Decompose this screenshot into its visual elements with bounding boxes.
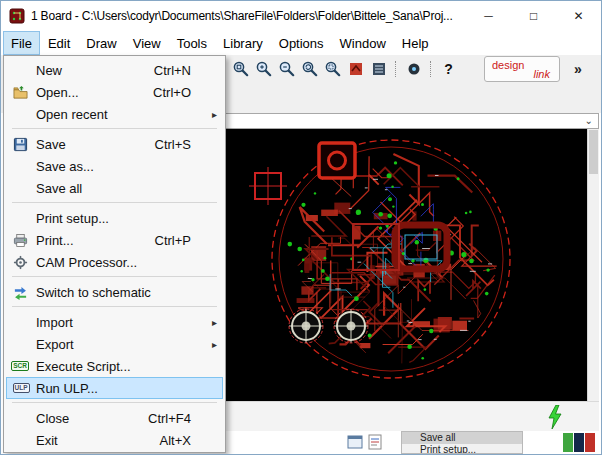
scrollbar-thumb[interactable] [589, 130, 598, 174]
ulp-icon: ULP [6, 383, 36, 394]
menu-library[interactable]: Library [215, 31, 271, 55]
switch-schematic-icon [4, 285, 36, 300]
menu-item-open[interactable]: Open... Ctrl+O [4, 81, 225, 103]
background-menu-item-print-setup[interactable]: Print setup... [402, 444, 522, 454]
background-app-icon[interactable] [347, 434, 363, 450]
window-title: 1 Board - C:\Users\codyr\Documents\Share… [31, 9, 453, 23]
background-menu-item-save-all[interactable]: Save all [402, 432, 522, 444]
menu-tools[interactable]: Tools [169, 31, 215, 55]
toolbar-separator [395, 61, 397, 77]
background-menu-fragment: Save all Print setup... [401, 431, 523, 454]
menu-window[interactable]: Window [332, 31, 394, 55]
errors-icon[interactable] [402, 58, 425, 81]
menu-item-save-as[interactable]: Save as... [4, 155, 225, 177]
titlebar: 1 Board - C:\Users\codyr\Documents\Share… [1, 1, 601, 31]
file-menu-dropdown: New Ctrl+N Open... Ctrl+O Open recent ▸ … [3, 55, 226, 453]
design-link-label-top: design [492, 59, 524, 71]
menu-item-print-setup[interactable]: Print setup... [4, 207, 225, 229]
menu-item-new[interactable]: New Ctrl+N [4, 59, 225, 81]
menubar: File Edit Draw View Tools Library Option… [1, 31, 601, 55]
menu-separator [12, 402, 217, 403]
design-link-label-bottom: link [533, 68, 550, 80]
printer-icon [4, 233, 36, 248]
menu-item-exit[interactable]: Exit Alt+X [4, 429, 225, 451]
menu-view[interactable]: View [125, 31, 169, 55]
menu-edit[interactable]: Edit [40, 31, 78, 55]
menu-item-run-ulp[interactable]: ULP Run ULP... [6, 377, 223, 399]
toolbar-overflow-chevron[interactable]: » [574, 61, 582, 77]
app-icon [9, 8, 25, 24]
menu-options[interactable]: Options [271, 31, 332, 55]
save-floppy-icon [4, 137, 36, 152]
maximize-button[interactable]: □ [511, 1, 556, 31]
menu-item-close[interactable]: Close Ctrl+F4 [4, 407, 225, 429]
lightning-bolt-icon[interactable] [547, 405, 563, 433]
close-button[interactable]: ✕ [556, 1, 601, 31]
menu-item-save[interactable]: Save Ctrl+S [4, 133, 225, 155]
menu-item-execute-script[interactable]: SCR Execute Script... [4, 355, 225, 377]
menu-help[interactable]: Help [394, 31, 437, 55]
menu-separator [12, 276, 217, 277]
minimize-button[interactable]: ─ [466, 1, 511, 31]
menu-item-export[interactable]: Export ▸ [4, 333, 225, 355]
menu-item-print[interactable]: Print... Ctrl+P [4, 229, 225, 251]
submenu-arrow-icon: ▸ [212, 109, 217, 120]
zoom-redraw-icon[interactable] [298, 58, 321, 81]
open-folder-icon [4, 85, 36, 100]
vertical-scrollbar[interactable] [587, 129, 599, 401]
ratsnest-icon[interactable] [344, 58, 367, 81]
drc-icon[interactable] [367, 58, 390, 81]
menu-separator [12, 202, 217, 203]
mount-hole-left [289, 309, 323, 343]
pcb-palette-logo [563, 433, 596, 452]
menu-item-switch-to-schematic[interactable]: Switch to schematic [4, 281, 225, 303]
menu-item-open-recent[interactable]: Open recent ▸ [4, 103, 225, 125]
script-scr-icon: SCR [4, 361, 36, 372]
background-doc-icon[interactable] [367, 434, 383, 450]
zoom-out-icon[interactable] [275, 58, 298, 81]
eagle-board-window: 1 Board - C:\Users\codyr\Documents\Share… [0, 0, 602, 455]
window-controls: ─ □ ✕ [466, 1, 601, 31]
zoom-select-icon[interactable] [321, 58, 344, 81]
design-link-button[interactable]: design link [484, 56, 560, 82]
menu-item-save-all[interactable]: Save all [4, 177, 225, 199]
menu-draw[interactable]: Draw [78, 31, 124, 55]
zoom-in-icon[interactable] [252, 58, 275, 81]
help-icon: ? [444, 61, 453, 77]
menu-item-import[interactable]: Import ▸ [4, 311, 225, 333]
submenu-arrow-icon: ▸ [212, 339, 217, 350]
menu-separator [12, 306, 217, 307]
help-button[interactable]: ? [437, 58, 460, 81]
toolbar-separator [430, 61, 432, 77]
chevron-down-icon[interactable]: ⌄ [585, 114, 593, 128]
zoom-fit-icon[interactable] [229, 58, 252, 81]
menu-separator [12, 128, 217, 129]
cam-processor-icon [4, 255, 36, 270]
submenu-arrow-icon: ▸ [212, 317, 217, 328]
menu-file[interactable]: File [3, 31, 40, 55]
menu-item-cam-processor[interactable]: CAM Processor... [4, 251, 225, 273]
